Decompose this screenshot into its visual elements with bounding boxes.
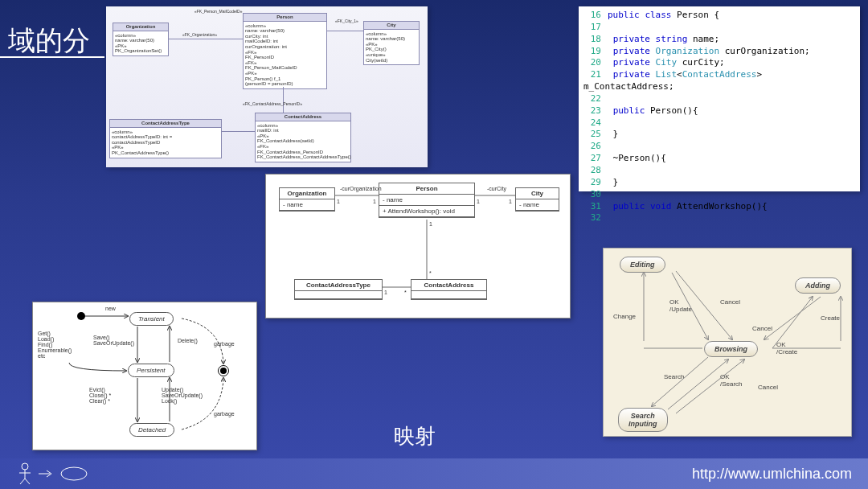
uml-class-panel: Organization - name Person - name + Atte… [265,174,571,318]
label-change: Change [613,313,636,320]
er-diagram-panel: Organization «column» name: varchar(50) … [106,6,428,167]
uml-person-attr: - name [379,195,474,206]
uml-mult: 1 [477,199,480,204]
uml-mult: 1 [373,199,376,204]
er-cat-body: «column» contactAddressTypeID: int = con… [110,128,221,158]
uml-ca-empty [411,291,486,299]
er-conn [327,31,363,31]
label-get: Get() Load() Find() Enumerable() etc [38,331,72,359]
uml-person: Person - name + AttendWorkshop(): void [379,183,475,218]
uml-rel-city: -curCity [487,186,506,191]
label-create: Create [821,314,840,322]
er-rel-label: «FK_Organization» [182,32,217,37]
label-update: Update() SaveOrUpdate() Lock() [162,387,203,404]
uml-person-op: + AttendWorkshop(): void [379,206,474,217]
uml-city-hdr: City [516,188,559,199]
svg-line-9 [764,297,821,339]
svg-point-22 [61,467,87,480]
uml-ca-hdr: ContactAddress [411,280,486,291]
initial-state-dot [77,312,85,320]
state-transient: Transient [129,312,174,326]
uml-ca: ContactAddress [411,279,487,300]
slide-title-center: 映射 [394,422,436,450]
code-panel: 16public class Person {1718 private stri… [579,6,860,191]
label-cancel: Cancel [758,384,778,391]
er-rel-label: «FK_Person_MailCodeID» [194,9,242,14]
uml-org-attr: - name [280,199,334,211]
slide-title-left: 域的分 [8,23,90,60]
er-ca-header: ContactAddress [256,113,350,121]
label-ok-update: OK /Update [669,298,692,313]
svg-line-19 [20,479,25,484]
uml-mult: * [429,270,432,276]
state-adding: Adding [795,277,841,294]
er-cat-header: ContactAddressType [110,120,221,128]
uml-org-hdr: Organization [280,188,334,199]
er-rel-label: «FK_City_1» [335,18,358,23]
er-rel-label: «FK_ContactAddress_PersonID» [243,101,302,106]
er-city-header: City [364,22,419,30]
uml-cat: ContactAddressType [294,279,383,300]
uml-organization: Organization - name [279,187,335,212]
state-diagram-left: Transient Persistent Detached new Get() … [32,302,257,450]
uml-mult: 1 [384,290,387,295]
label-evict: Evict() Close() * Clear() * [89,387,111,404]
uml-cat-empty [295,291,382,299]
uml-mult: 1 [429,221,432,227]
er-city-body: «column» name: varchar(50) «PK» PK_City(… [364,30,419,65]
uml-cat-hdr: ContactAddressType [295,280,382,291]
er-person-header: Person [244,14,326,22]
svg-line-14 [668,360,728,409]
state-persistent: Persistent [128,364,174,377]
title-underline [0,56,104,58]
uml-city: City - name [515,187,559,212]
state-search-inputing: Search Inputing [618,408,668,432]
uml-mult: 1 [337,199,340,204]
label-save: Save() SaveOrUpdate() [93,335,134,346]
er-conn [169,39,243,39]
er-person: Person «column» name: varchar(50) curCit… [243,13,327,89]
svg-line-13 [652,357,708,406]
uml-mult: 1 [509,199,512,204]
er-person-body: «column» name: varchar(50) curCity: int … [244,22,326,88]
uml-person-hdr: Person [379,183,474,195]
label-cancel: Cancel [752,325,772,332]
uml-mult: * [404,290,407,295]
svg-point-16 [22,463,28,470]
label-garbage: garbage [214,411,235,417]
er-conn [222,131,255,132]
footer-url: http://www.umlchina.com [692,466,852,483]
label-garbage: garbage [214,341,235,347]
label-delete: Delete() [178,338,198,343]
state-diagram-right: Editing Adding Browsing Search Inputing … [603,248,852,437]
state-detached: Detached [129,423,174,437]
er-conn [283,87,284,113]
label-new: new [105,306,116,311]
uml-city-attr: - name [516,199,559,211]
label-search: Search [664,373,684,380]
er-cat: ContactAddressType «column» contactAddre… [109,119,222,158]
label-ok-create: OK /Create [776,341,797,355]
footer-logo-icon [16,462,88,485]
er-ca: ContactAddress «column» mailID: int «PK»… [255,113,351,162]
final-state-ring [218,365,229,376]
slide-footer: http://www.umlchina.com [0,458,868,489]
state-browsing: Browsing [704,341,758,357]
er-city: City «column» name: varchar(50) «PK» PK_… [363,21,420,65]
label-cancel: Cancel [720,298,740,306]
svg-line-20 [25,479,30,484]
er-organization: Organization «column» name: varchar(50) … [113,23,169,56]
uml-rel-org: -curOrganization [340,186,382,191]
er-ca-body: «column» mailID: int «PK» FK_ContactAddr… [256,121,350,162]
label-ok-search: OK /Search [720,373,743,388]
state-editing: Editing [620,257,665,273]
er-org-header: Organization [113,23,168,31]
er-org-body: «column» name: varchar(50) «PK» PK_Organ… [113,31,168,55]
